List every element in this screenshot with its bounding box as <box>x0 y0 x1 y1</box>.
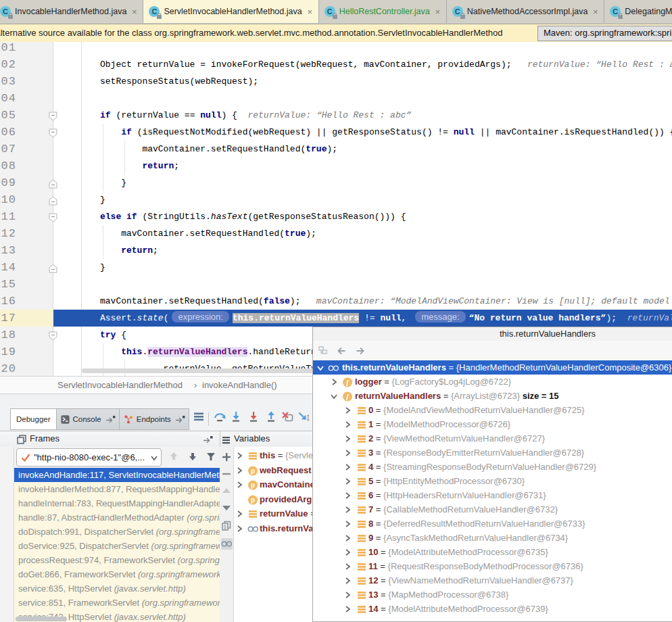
code-line-110[interactable]: 110} <box>0 191 672 208</box>
frame-location: handle:87, AbstractHandlerMethodAdapter <box>18 512 187 523</box>
breadcrumb-method[interactable]: invokeAndHandle() <box>202 380 277 390</box>
frame-row[interactable]: invokeAndHandle:117, ServletInvocableHan… <box>14 468 220 482</box>
frame-row[interactable]: doService:925, DispatcherServlet (org.sp… <box>14 539 220 553</box>
variables-tool-remove-watch[interactable] <box>221 469 233 480</box>
popup-tree-row[interactable]: 8 = {DeferredResultMethodReturnValueHand… <box>313 517 672 531</box>
popup-tree-row[interactable]: freturnValueHandlers = {ArrayList@6723} … <box>313 389 672 403</box>
banner-source-combo[interactable]: Maven: org.springframework:spri <box>537 26 672 41</box>
frames-horizontal-scrollbar[interactable] <box>16 617 67 621</box>
variables-tool-duplicate[interactable] <box>221 521 233 532</box>
field-icon: f <box>342 391 353 402</box>
code-line-103[interactable]: 103setResponseStatus(webRequest); <box>0 73 672 90</box>
member-value: {ModelAttributeMethodProcessor@6735} <box>388 547 548 557</box>
code-line-101[interactable]: 101 <box>0 42 672 56</box>
code-line-108[interactable]: 108 return; <box>0 158 672 174</box>
popup-tree-row[interactable]: 13 = {MapMethodProcessor@6738} <box>313 588 672 602</box>
variables-tool-move-up[interactable] <box>221 485 233 497</box>
popup-tree-row[interactable]: 6 = {HttpHeadersReturnValueHandler@6731} <box>313 488 672 502</box>
expand-chevron-icon <box>343 605 352 613</box>
variables-tool-show-watches[interactable] <box>221 538 233 550</box>
code-line-107[interactable]: 107 mavContainer.setRequestHandled(true)… <box>0 141 672 158</box>
popup-tree-row[interactable]: 9 = {AsyncTaskMethodReturnValueHandler@6… <box>313 531 672 545</box>
tab-close-icon[interactable]: × <box>433 7 442 16</box>
code-line-112[interactable]: 112 mavContainer.setRequestHandled(true)… <box>0 225 672 242</box>
popup-tree-row[interactable]: flogger = {LogFactory$Log4jLog@6722} <box>313 375 672 389</box>
code-line-105[interactable]: 105if (returnValue == null) { returnValu… <box>0 107 672 124</box>
popup-tree-row[interactable]: 0 = {ModelAndViewMethodReturnValueHandle… <box>313 403 672 417</box>
frame-row[interactable]: service:635, HttpServlet (javax.servlet.… <box>14 581 220 596</box>
frame-row[interactable]: service:851, FrameworkServlet (org.sprin… <box>14 596 220 610</box>
code-line-113[interactable]: 113 return; <box>0 242 672 259</box>
popup-tree-row[interactable]: 7 = {CallableMethodReturnValueHandler@67… <box>313 502 672 517</box>
tab-close-icon[interactable]: × <box>130 7 139 16</box>
fold-marker-end[interactable] <box>49 262 57 272</box>
code-token: Object returnValue = invokeForRequest(we… <box>100 59 512 70</box>
editor-tab-2[interactable]: CServletInvocableHandlerMethod.java× <box>143 0 318 23</box>
popup-tree-row[interactable]: 3 = {ResponseBodyEmitterReturnValueHandl… <box>313 446 672 460</box>
step-out-button[interactable] <box>265 411 277 426</box>
layout-settings-button[interactable] <box>193 411 206 426</box>
editor-tab-1[interactable]: CInvocableHandlerMethod.java× <box>0 0 143 23</box>
popup-tree-row[interactable]: 11 = {RequestResponseBodyMethodProcessor… <box>313 559 672 573</box>
frame-row[interactable]: handle:87, AbstractHandlerMethodAdapter … <box>14 510 220 525</box>
popup-back-button[interactable] <box>336 345 347 356</box>
frame-row[interactable]: processRequest:974, FrameworkServlet (or… <box>14 553 220 567</box>
popup-tree[interactable]: this.returnValueHandlers = {HandlerMetho… <box>313 360 672 622</box>
force-step-into-button[interactable] <box>247 411 260 426</box>
code-text: setResponseStatus(webRequest); <box>78 73 258 90</box>
code-line-117[interactable]: 117Assert.state(expression:this.returnVa… <box>0 310 672 327</box>
popup-tree-row[interactable]: 5 = {HttpEntityMethodProcessor@6730} <box>313 474 672 488</box>
frames-next-button[interactable] <box>187 451 198 462</box>
fold-marker-end[interactable] <box>49 178 57 187</box>
popup-tree-row[interactable]: 1 = {ModelMethodProcessor@6726} <box>313 417 672 431</box>
drop-frame-button[interactable] <box>281 411 293 426</box>
frame-row[interactable]: doDispatch:991, DispatcherServlet (org.s… <box>14 525 220 539</box>
popup-tree-row[interactable]: this.returnValueHandlers = {HandlerMetho… <box>313 360 672 375</box>
code-line-104[interactable]: 104 <box>0 90 672 107</box>
popup-tree-row[interactable]: 10 = {ModelAttributeMethodProcessor@6735… <box>313 545 672 559</box>
code-line-114[interactable]: 114} <box>0 259 672 276</box>
variables-tool-add-watch[interactable] <box>221 452 233 463</box>
editor-tab-4[interactable]: CNativeMethodAccessorImpl.java× <box>447 0 605 23</box>
breadcrumb-class[interactable]: ServletInvocableHandlerMethod <box>57 380 183 390</box>
code-line-109[interactable]: 109 } <box>0 174 672 191</box>
run-to-cursor-button[interactable] <box>297 411 310 426</box>
code-line-116[interactable]: 116mavContainer.setRequestHandled(false)… <box>0 293 672 310</box>
variables-tool-move-down[interactable] <box>221 502 233 514</box>
frames-list[interactable]: invokeAndHandle:117, ServletInvocableHan… <box>14 468 220 622</box>
code-line-106[interactable]: 106 if (isRequestNotModified(webRequest)… <box>0 124 672 141</box>
tab-close-icon[interactable]: × <box>306 7 314 16</box>
fold-marker-collapse[interactable] <box>49 330 57 339</box>
popup-tree-row[interactable]: 12 = {ViewNameMethodReturnValueHandler@6… <box>313 573 672 588</box>
frame-location: doGet:866, FrameworkServlet <box>18 569 138 579</box>
fold-marker-collapse[interactable] <box>49 127 57 137</box>
debug-tab-console[interactable]: Console <box>56 408 120 430</box>
code-text: mavContainer.setRequestHandled(true); <box>78 141 337 158</box>
editor-tab-5[interactable]: CDelegatingMethodAccessorImpl.java× <box>604 0 672 23</box>
fold-marker-end[interactable] <box>49 195 57 204</box>
code-line-115[interactable]: 115 <box>0 276 672 293</box>
editor-tab-3[interactable]: CHelloRestController.java× <box>319 0 447 23</box>
code-line-102[interactable]: 102Object returnValue = invokeForRequest… <box>0 56 672 73</box>
popup-tree-row[interactable]: 2 = {ViewMethodReturnValueHandler@6727} <box>313 431 672 446</box>
step-into-button[interactable] <box>230 411 242 426</box>
fold-marker-collapse[interactable] <box>49 212 57 221</box>
frame-row[interactable]: handleInternal:783, RequestMappingHandle… <box>14 496 220 510</box>
frames-filter-button[interactable] <box>206 452 216 461</box>
debug-tab-debugger[interactable]: Debugger <box>10 408 57 430</box>
frame-row[interactable]: invokeHandlerMethod:877, RequestMappingH… <box>14 482 220 496</box>
code-token <box>100 127 121 137</box>
frame-row[interactable]: doGet:866, FrameworkServlet (org.springf… <box>14 567 220 581</box>
code-editor[interactable]: 101102Object returnValue = invokeForRequ… <box>0 42 672 376</box>
popup-forward-button[interactable] <box>355 345 366 356</box>
thread-selector[interactable]: "http-nio-8080-exec-1"@6,... <box>16 448 162 466</box>
popup-tree-row[interactable]: 4 = {StreamingResponseBodyReturnValueHan… <box>313 460 672 474</box>
popup-tree-row[interactable]: 14 = {ModelAttributeMethodProcessor@6739… <box>313 602 672 616</box>
debug-tab-endpoints[interactable]: Endpoints <box>119 408 189 430</box>
step-over-button[interactable] <box>214 411 226 426</box>
frames-prev-button[interactable] <box>168 451 179 462</box>
tab-close-icon[interactable]: × <box>591 7 600 16</box>
code-line-111[interactable]: 111else if (StringUtils.hasText(getRespo… <box>0 208 672 225</box>
fold-marker-collapse[interactable] <box>49 110 57 120</box>
popup-tree-view-button[interactable] <box>318 345 329 356</box>
